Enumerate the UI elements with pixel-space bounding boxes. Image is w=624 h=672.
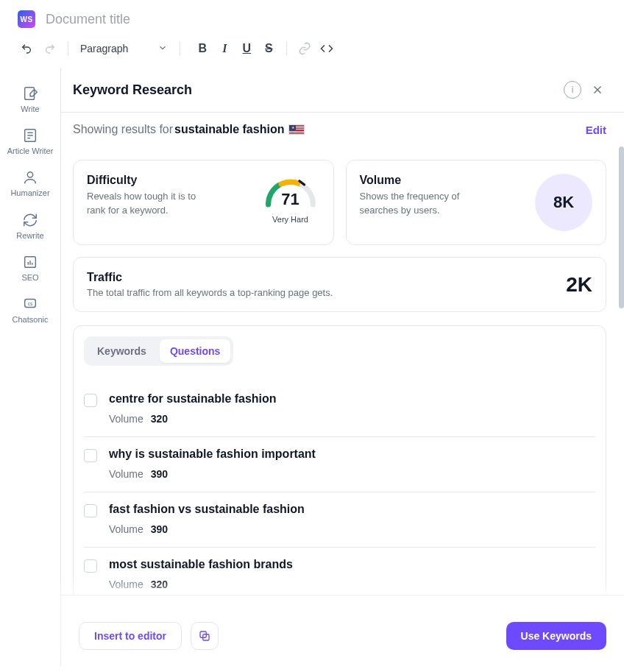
traffic-desc: The total traffic from all keywords a to… <box>87 287 566 298</box>
bold-icon: B <box>199 42 208 55</box>
insert-to-editor-button[interactable]: Insert to editor <box>79 622 182 650</box>
sidebar-item-chatsonic[interactable]: cs Chatsonic <box>7 290 54 329</box>
sidebar-item-article-writer[interactable]: Article Writer <box>7 121 54 160</box>
toolbar-separator <box>180 41 180 56</box>
keywords-panel: Keywords Questions centre for sustainabl… <box>73 325 606 603</box>
paragraph-style-select[interactable]: Paragraph <box>76 40 172 58</box>
difficulty-desc: Reveals how tough it is to rank for a ke… <box>87 190 205 218</box>
tab-keywords[interactable]: Keywords <box>87 339 157 363</box>
volume-value: 320 <box>151 579 168 590</box>
write-icon <box>22 85 38 102</box>
sidebar-item-write[interactable]: Write <box>7 79 54 119</box>
sidebar-item-label: Chatsonic <box>13 315 49 325</box>
app-header: WS Document title <box>0 0 624 34</box>
link-button[interactable] <box>294 38 315 59</box>
list-item: most sustainable fashion brands Volume 3… <box>84 548 595 602</box>
undo-button[interactable] <box>16 38 37 59</box>
close-icon <box>591 83 604 96</box>
chart-icon <box>22 254 38 270</box>
metrics-row: Difficulty Reveals how tough it is to ra… <box>73 160 606 245</box>
chat-icon: cs <box>22 296 38 312</box>
difficulty-gauge: 71 Very Hard <box>261 174 320 231</box>
traffic-title: Traffic <box>87 271 566 284</box>
sidebar-item-label: Rewrite <box>16 231 43 241</box>
document-title[interactable]: Document title <box>46 12 130 27</box>
checkbox[interactable] <box>84 559 97 573</box>
code-button[interactable] <box>316 38 337 59</box>
volume-card: Volume Shows the frequency of searches b… <box>346 160 607 245</box>
editor-toolbar: Paragraph B I U S <box>0 34 624 68</box>
question-text: most sustainable fashion brands <box>109 558 595 571</box>
link-icon <box>298 42 311 55</box>
italic-icon: I <box>222 42 227 55</box>
panel-title: Keyword Research <box>73 82 556 98</box>
copy-button[interactable] <box>191 622 219 650</box>
volume-value: 8K <box>535 174 592 231</box>
results-bar: Showing results for sustainable fashion … <box>61 113 624 146</box>
volume-value: 390 <box>151 523 168 535</box>
bold-button[interactable]: B <box>192 38 213 59</box>
difficulty-value: 71 <box>261 190 320 209</box>
list-item: centre for sustainable fashion Volume 32… <box>84 382 595 437</box>
sidebar-item-label: Humanizer <box>10 188 49 198</box>
traffic-card: Traffic The total traffic from all keywo… <box>73 257 606 312</box>
italic-button[interactable]: I <box>214 38 235 59</box>
underline-icon: U <box>243 42 252 55</box>
strikethrough-icon: S <box>265 42 273 55</box>
volume-title: Volume <box>360 174 525 187</box>
sidebar-item-label: SEO <box>21 273 38 283</box>
svg-point-5 <box>27 172 32 177</box>
checkbox[interactable] <box>84 504 97 517</box>
underline-button[interactable]: U <box>236 38 257 59</box>
person-icon <box>22 169 38 185</box>
toolbar-separator <box>68 41 68 56</box>
chevron-down-icon <box>157 43 168 55</box>
sidebar-item-humanizer[interactable]: Humanizer <box>7 163 54 202</box>
question-text: centre for sustainable fashion <box>109 392 595 406</box>
keyword-research-panel: Keyword Research i Showing results for s… <box>61 68 624 666</box>
checkbox[interactable] <box>84 449 97 462</box>
copy-icon <box>198 629 211 643</box>
questions-list: centre for sustainable fashion Volume 32… <box>84 382 595 602</box>
info-button[interactable]: i <box>564 81 581 99</box>
app-logo: WS <box>18 10 35 28</box>
difficulty-title: Difficulty <box>87 174 251 187</box>
sidebar-item-rewrite[interactable]: Rewrite <box>7 206 54 245</box>
refresh-icon <box>22 212 38 228</box>
sidebar-item-seo[interactable]: SEO <box>7 248 54 287</box>
strikethrough-button[interactable]: S <box>258 38 279 59</box>
volume-label: Volume <box>109 523 143 535</box>
difficulty-label: Very Hard <box>272 215 308 224</box>
scrollbar-thumb[interactable] <box>619 146 624 308</box>
svg-text:cs: cs <box>28 301 32 306</box>
question-text: fast fashion vs sustainable fashion <box>109 503 595 516</box>
info-icon: i <box>572 85 574 95</box>
action-bar: Insert to editor Use Keywords <box>61 595 624 666</box>
svg-rect-0 <box>25 88 35 100</box>
close-button[interactable] <box>589 81 606 99</box>
article-icon <box>22 127 38 144</box>
tabs: Keywords Questions <box>84 336 233 366</box>
scroll-area[interactable]: Difficulty Reveals how tough it is to ra… <box>61 146 624 666</box>
us-flag-icon <box>288 124 305 135</box>
checkbox[interactable] <box>84 394 97 407</box>
toolbar-separator <box>286 41 287 56</box>
results-keyword: sustainable fashion <box>174 123 284 136</box>
sidebar-item-label: Article Writer <box>7 146 54 156</box>
question-text: why is sustainable fashion important <box>109 448 595 461</box>
paragraph-style-label: Paragraph <box>80 43 128 54</box>
redo-icon <box>44 43 56 54</box>
difficulty-card: Difficulty Reveals how tough it is to ra… <box>73 160 334 245</box>
volume-label: Volume <box>109 413 143 425</box>
redo-button[interactable] <box>40 38 60 59</box>
use-keywords-button[interactable]: Use Keywords <box>506 622 606 650</box>
list-item: why is sustainable fashion important Vol… <box>84 437 595 492</box>
panel-header: Keyword Research i <box>61 68 624 113</box>
edit-link[interactable]: Edit <box>586 124 606 136</box>
volume-value: 320 <box>151 413 168 425</box>
volume-value: 390 <box>151 468 168 480</box>
volume-label: Volume <box>109 468 143 480</box>
list-item: fast fashion vs sustainable fashion Volu… <box>84 492 595 548</box>
tab-questions[interactable]: Questions <box>160 339 230 363</box>
volume-desc: Shows the frequency of searches by users… <box>360 190 478 218</box>
